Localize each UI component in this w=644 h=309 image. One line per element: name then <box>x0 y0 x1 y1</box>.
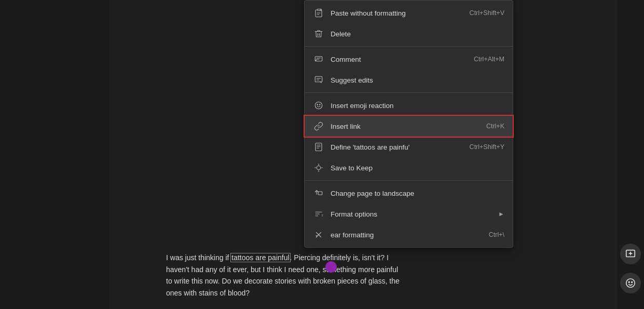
svg-point-21 <box>632 281 633 283</box>
svg-text:T: T <box>315 235 318 238</box>
svg-point-12 <box>317 166 321 170</box>
comment-icon <box>313 53 324 65</box>
format-icon: T <box>313 208 324 220</box>
menu-item-insert-link[interactable]: Insert link Ctrl+K <box>305 116 513 137</box>
paste-no-format-shortcut: Ctrl+Shift+V <box>470 9 504 17</box>
define-label: Define 'tattoos are painfu' <box>331 143 470 151</box>
suggest-icon <box>313 74 324 86</box>
menu-item-delete[interactable]: Delete <box>305 23 513 44</box>
svg-rect-4 <box>315 76 322 82</box>
clear-icon: T <box>313 229 324 240</box>
format-options-label: Format options <box>331 210 494 218</box>
clear-formatting-shortcut: Ctrl+\ <box>489 231 504 238</box>
emoji-reaction-label: Insert emoji reaction <box>331 102 504 110</box>
submenu-arrow: ► <box>498 210 504 218</box>
landscape-icon <box>313 187 324 199</box>
comment-label: Comment <box>331 56 474 63</box>
menu-item-suggest-edits[interactable]: Suggest edits <box>305 70 513 90</box>
delete-icon <box>313 28 324 39</box>
comment-shortcut: Ctrl+Alt+M <box>474 56 504 63</box>
divider-2 <box>305 92 513 93</box>
divider-1 <box>305 46 513 47</box>
purple-avatar <box>325 261 337 273</box>
svg-rect-8 <box>316 143 322 151</box>
left-panel <box>0 0 109 309</box>
menu-item-emoji-reaction[interactable]: Insert emoji reaction <box>305 95 513 116</box>
add-comment-button[interactable] <box>620 244 641 264</box>
svg-point-5 <box>315 102 322 109</box>
svg-point-19 <box>626 279 635 288</box>
menu-item-paste-no-format[interactable]: Paste without formatting Ctrl+Shift+V <box>305 3 513 23</box>
link-icon <box>313 120 324 132</box>
menu-item-format-options[interactable]: T Format options ► <box>305 204 513 224</box>
menu-item-change-landscape[interactable]: Change page to landscape <box>305 183 513 204</box>
menu-item-clear-formatting[interactable]: T ear formatting Ctrl+\ <box>305 224 513 245</box>
suggest-edits-label: Suggest edits <box>331 76 504 84</box>
document-text: I was just thinking if tattoos are painf… <box>166 252 400 299</box>
menu-item-define[interactable]: Define 'tattoos are painfu' Ctrl+Shift+Y <box>305 137 513 157</box>
emoji-button[interactable] <box>620 273 641 293</box>
save-keep-label: Save to Keep <box>331 164 504 172</box>
svg-point-20 <box>628 281 629 283</box>
selected-text: tattoos are painful <box>231 253 290 262</box>
define-icon <box>313 141 324 153</box>
svg-point-7 <box>320 104 321 105</box>
insert-link-label: Insert link <box>331 123 486 130</box>
keep-icon <box>313 162 324 173</box>
change-landscape-label: Change page to landscape <box>331 190 504 197</box>
context-menu: Paste without formatting Ctrl+Shift+V De… <box>304 0 513 248</box>
svg-rect-13 <box>318 192 322 195</box>
insert-link-shortcut: Ctrl+K <box>486 123 504 130</box>
clear-formatting-label: ear formatting <box>331 231 489 239</box>
paste-no-format-label: Paste without formatting <box>331 9 470 17</box>
define-shortcut: Ctrl+Shift+Y <box>470 143 504 151</box>
right-sidebar <box>617 0 644 309</box>
delete-label: Delete <box>331 30 504 38</box>
paste-icon <box>313 7 324 19</box>
divider-3 <box>305 180 513 181</box>
svg-point-6 <box>317 104 318 105</box>
menu-item-comment[interactable]: Comment Ctrl+Alt+M <box>305 49 513 70</box>
menu-item-save-keep[interactable]: Save to Keep <box>305 157 513 178</box>
emoji-reaction-icon <box>313 100 324 111</box>
svg-text:T: T <box>321 214 323 217</box>
